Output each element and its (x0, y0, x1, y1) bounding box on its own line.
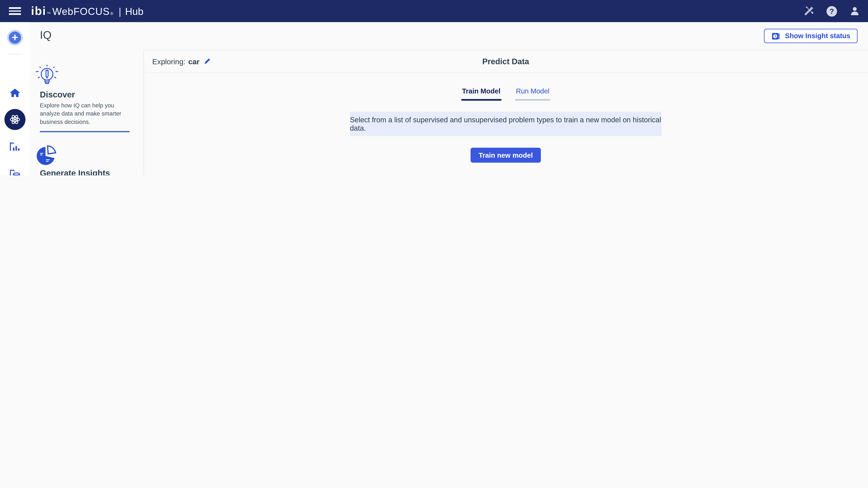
tab-active-underline (461, 99, 501, 101)
sidebar-item-title: Discover (40, 90, 138, 99)
tab-inactive-underline (515, 99, 550, 101)
train-new-model-button[interactable]: Train new model (470, 148, 541, 163)
tab-run-model-label: Run Model (515, 88, 550, 99)
brand-logo: ibi ™ WebFOCUS ® | Hub (31, 4, 144, 18)
sidebar-item-discover[interactable]: Discover Explore how IQ can help you ana… (34, 54, 138, 132)
brand-separator: | (119, 6, 121, 18)
create-new-button[interactable]: + (7, 30, 23, 45)
data-icon[interactable] (0, 168, 30, 175)
explore-bar: Exploring: car Predict Data (144, 50, 868, 73)
tab-train-model[interactable]: Train Model (461, 88, 501, 101)
section-title: Predict Data (144, 50, 868, 72)
workspaces-icon[interactable] (0, 140, 30, 153)
menu-icon[interactable] (9, 7, 21, 15)
home-icon[interactable] (0, 87, 30, 99)
main-content: Exploring: car Predict Data Train Model … (144, 50, 868, 175)
sidebar-item-title: Generate Insights (40, 168, 138, 175)
insight-status-icon (771, 31, 780, 40)
app-window: ibi ™ WebFOCUS ® | Hub ? IQ Show Insight… (0, 0, 868, 175)
model-tabs: Train Model Run Model (144, 88, 868, 101)
admin-tools-icon[interactable] (803, 6, 814, 17)
user-account-icon[interactable] (849, 6, 861, 17)
sidebar-item-generate-insights[interactable]: Generate Insights Let Instant Insights h… (34, 133, 138, 175)
reg-mark: ® (110, 11, 113, 15)
iq-nav-icon[interactable] (4, 109, 26, 130)
iq-sidebar: Discover Explore how IQ can help you ana… (30, 50, 144, 175)
ibi-logo: ibi (31, 4, 46, 18)
help-icon[interactable]: ? (827, 6, 837, 16)
tab-run-model[interactable]: Run Model (515, 88, 550, 101)
hub-label: Hub (125, 6, 144, 18)
generate-insights-icon (34, 143, 138, 168)
sidebar-item-description: Explore how IQ can help you analyze data… (40, 101, 129, 127)
app-header: ibi ™ WebFOCUS ® | Hub ? (0, 0, 868, 22)
info-banner: Select from a list of supervised and uns… (350, 112, 661, 136)
show-insight-status-button[interactable]: Show Insight status (764, 29, 858, 43)
show-insight-status-label: Show Insight status (785, 32, 850, 40)
tm-mark: ™ (47, 11, 51, 15)
tab-train-model-label: Train Model (461, 88, 501, 99)
rail-divider (7, 54, 23, 54)
left-rail: + (0, 22, 30, 175)
product-name: WebFOCUS (52, 6, 110, 18)
discover-icon (34, 64, 138, 90)
sidebar-item-underline (40, 131, 129, 132)
page-title: IQ (40, 29, 52, 41)
